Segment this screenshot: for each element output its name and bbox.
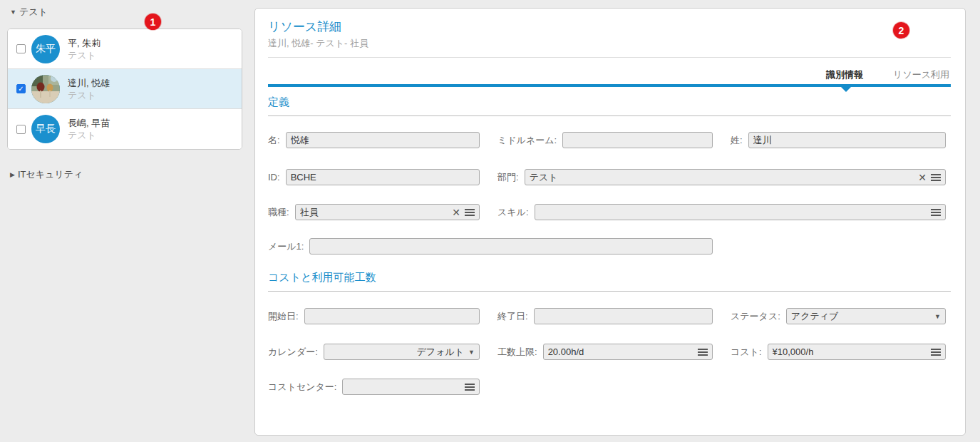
person-name: 平, 朱莉 bbox=[68, 37, 100, 49]
tab-bar: 識別情報 リソース利用 bbox=[826, 68, 949, 81]
field-start-date: 開始日: bbox=[268, 308, 480, 324]
person-group: テスト bbox=[68, 49, 100, 61]
picker-list-icon[interactable] bbox=[465, 209, 475, 216]
header-divider bbox=[268, 57, 951, 58]
group-test[interactable]: ▼ テスト bbox=[10, 6, 48, 19]
field-status: ステータス: アクティブ ▼ bbox=[731, 308, 946, 324]
calendar-dropdown[interactable]: デフォルト ▼ bbox=[324, 344, 480, 360]
triangle-down-icon: ▼ bbox=[10, 9, 16, 16]
last-name-label: 姓: bbox=[731, 134, 743, 147]
form-row: メール1: bbox=[268, 238, 951, 255]
check-icon: ✓ bbox=[18, 86, 24, 93]
form-row: 職種: ✕ スキル: bbox=[268, 204, 951, 220]
checkbox-unchecked[interactable] bbox=[16, 44, 26, 53]
calendar-value: デフォルト bbox=[417, 346, 465, 359]
field-cost: コスト: bbox=[731, 344, 946, 360]
picker-list-icon[interactable] bbox=[465, 384, 475, 391]
page-subtitle: 達川, 悦雄- テスト- 社員 bbox=[268, 37, 368, 50]
picker-list-icon[interactable] bbox=[931, 349, 941, 356]
photo-wine-glasses bbox=[31, 75, 60, 103]
field-max-effort: 工数上限: bbox=[497, 344, 713, 360]
list-item[interactable]: 早長 長嶋, 早苗 テスト bbox=[8, 109, 242, 149]
first-name-input[interactable] bbox=[291, 133, 475, 148]
cost-center-label: コストセンター: bbox=[268, 381, 336, 394]
active-tab-caret-icon bbox=[841, 87, 851, 92]
form-row: 名: ミドルネーム: 姓: bbox=[268, 132, 951, 148]
middle-name-input[interactable] bbox=[567, 133, 708, 148]
field-cost-center: コストセンター: bbox=[268, 379, 480, 395]
department-input[interactable] bbox=[530, 170, 915, 185]
skill-input[interactable] bbox=[540, 205, 927, 220]
picker-list-icon[interactable] bbox=[931, 174, 941, 181]
field-first-name: 名: bbox=[268, 132, 480, 148]
last-name-input[interactable] bbox=[753, 133, 941, 148]
max-effort-input[interactable] bbox=[548, 344, 693, 359]
cost-input[interactable] bbox=[773, 344, 927, 359]
email1-label: メール1: bbox=[268, 240, 304, 253]
field-calendar: カレンダー: デフォルト ▼ bbox=[268, 344, 480, 360]
group-test-label: テスト bbox=[19, 6, 48, 19]
end-date-input[interactable] bbox=[539, 309, 708, 324]
field-end-date: 終了日: bbox=[497, 308, 713, 324]
form-row: 開始日: 終了日: ステータス: アクティブ ▼ bbox=[268, 308, 951, 324]
avatar: 早長 bbox=[31, 115, 60, 143]
dropdown-arrow-icon: ▼ bbox=[468, 349, 475, 356]
person-name: 長嶋, 早苗 bbox=[68, 117, 110, 129]
person-name: 達川, 悦雄 bbox=[68, 77, 110, 89]
cost-label: コスト: bbox=[731, 346, 762, 359]
skill-label: スキル: bbox=[497, 206, 529, 219]
group-it-security-label: ITセキュリティ bbox=[18, 168, 83, 181]
checkbox-checked[interactable]: ✓ bbox=[16, 84, 26, 93]
status-dropdown[interactable]: アクティブ ▼ bbox=[786, 308, 946, 324]
middle-name-label: ミドルネーム: bbox=[497, 134, 557, 147]
job-title-label: 職種: bbox=[268, 206, 289, 219]
cost-center-input[interactable] bbox=[347, 379, 460, 394]
person-group: テスト bbox=[68, 129, 110, 141]
clear-icon[interactable]: ✕ bbox=[452, 207, 460, 217]
id-input[interactable] bbox=[291, 170, 475, 185]
clear-icon[interactable]: ✕ bbox=[918, 173, 927, 183]
resource-detail-panel: リソース詳細 達川, 悦雄- テスト- 社員 識別情報 リソース利用 定義 名:… bbox=[254, 8, 966, 436]
section-definition-heading: 定義 bbox=[268, 96, 951, 116]
annotation-badge-2: 2 bbox=[893, 22, 909, 38]
page-title: リソース詳細 bbox=[268, 19, 341, 35]
triangle-right-icon: ▶ bbox=[10, 171, 15, 178]
avatar: 朱平 bbox=[31, 35, 60, 63]
people-list: 朱平 平, 朱莉 テスト ✓ bbox=[7, 29, 242, 150]
field-department: 部門: ✕ bbox=[497, 169, 946, 185]
job-title-input[interactable] bbox=[300, 205, 449, 220]
person-group: テスト bbox=[68, 89, 110, 101]
email1-input[interactable] bbox=[314, 239, 708, 254]
form-row: コストセンター: bbox=[268, 379, 951, 395]
dropdown-arrow-icon: ▼ bbox=[934, 313, 941, 320]
list-item[interactable]: 朱平 平, 朱莉 テスト bbox=[8, 29, 242, 69]
end-date-label: 終了日: bbox=[497, 310, 528, 323]
picker-list-icon[interactable] bbox=[698, 349, 708, 356]
avatar-photo bbox=[31, 75, 60, 103]
section-cost-heading: コストと利用可能工数 bbox=[268, 271, 951, 292]
max-effort-label: 工数上限: bbox=[497, 346, 537, 359]
start-date-input[interactable] bbox=[309, 309, 475, 324]
id-label: ID: bbox=[268, 172, 280, 183]
group-it-security[interactable]: ▶ ITセキュリティ bbox=[10, 168, 83, 181]
field-last-name: 姓: bbox=[731, 132, 946, 148]
start-date-label: 開始日: bbox=[268, 310, 299, 323]
tab-resource-utilization[interactable]: リソース利用 bbox=[893, 68, 949, 81]
tab-identity[interactable]: 識別情報 bbox=[826, 68, 863, 81]
picker-list-icon[interactable] bbox=[931, 209, 941, 216]
status-label: ステータス: bbox=[731, 310, 780, 323]
list-item-selected[interactable]: ✓ 達川, 悦雄 テスト bbox=[8, 69, 242, 109]
resource-sidebar: ▼ テスト 朱平 平, 朱莉 テスト ✓ bbox=[0, 0, 254, 442]
form-row: カレンダー: デフォルト ▼ 工数上限: コスト: bbox=[268, 344, 951, 360]
calendar-label: カレンダー: bbox=[268, 346, 318, 359]
form-row: ID: 部門: ✕ bbox=[268, 169, 951, 185]
status-value: アクティブ bbox=[791, 310, 930, 323]
checkbox-unchecked[interactable] bbox=[16, 125, 26, 134]
department-label: 部門: bbox=[497, 171, 519, 184]
field-job-title: 職種: ✕ bbox=[268, 204, 480, 220]
field-email1: メール1: bbox=[268, 238, 713, 255]
field-skill: スキル: bbox=[497, 204, 946, 220]
annotation-badge-1: 1 bbox=[145, 14, 161, 30]
field-middle-name: ミドルネーム: bbox=[497, 132, 713, 148]
field-id: ID: bbox=[268, 169, 480, 185]
